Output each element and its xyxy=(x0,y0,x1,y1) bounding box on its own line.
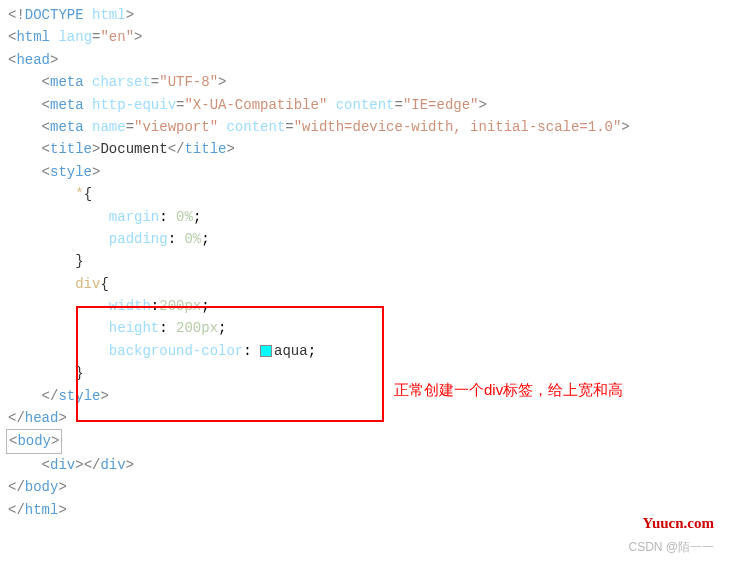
code-line: height: 200px; xyxy=(8,317,724,339)
active-line: <body> xyxy=(8,429,724,453)
code-line: background-color: aqua; xyxy=(8,340,724,362)
code-line: <div></div> xyxy=(8,454,724,476)
code-line: </body> xyxy=(8,476,724,498)
code-line: <head> xyxy=(8,49,724,71)
watermark-author: CSDN @陌一一 xyxy=(628,538,714,557)
code-line: <title>Document</title> xyxy=(8,138,724,160)
code-line: width:200px; xyxy=(8,295,724,317)
watermark-brand: Yuucn.com xyxy=(642,511,714,535)
code-line: <meta http-equiv="X-UA-Compatible" conte… xyxy=(8,94,724,116)
code-line: <meta charset="UTF-8"> xyxy=(8,71,724,93)
code-line: margin: 0%; xyxy=(8,206,724,228)
code-line: </html> xyxy=(8,499,724,521)
code-line: <style> xyxy=(8,161,724,183)
code-line: *{ xyxy=(8,183,724,205)
code-editor[interactable]: <!DOCTYPE html> <html lang="en"> <head> … xyxy=(0,0,732,525)
code-line: div{ xyxy=(8,273,724,295)
code-line: } xyxy=(8,250,724,272)
annotation-text: 正常创建一个div标签，给上宽和高 xyxy=(394,378,623,402)
code-line: <html lang="en"> xyxy=(8,26,724,48)
code-line: </head> xyxy=(8,407,724,429)
code-line: padding: 0%; xyxy=(8,228,724,250)
color-swatch-icon xyxy=(260,345,272,357)
code-line: <meta name="viewport" content="width=dev… xyxy=(8,116,724,138)
code-line: <!DOCTYPE html> xyxy=(8,4,724,26)
cursor-highlight: <body> xyxy=(6,429,62,453)
